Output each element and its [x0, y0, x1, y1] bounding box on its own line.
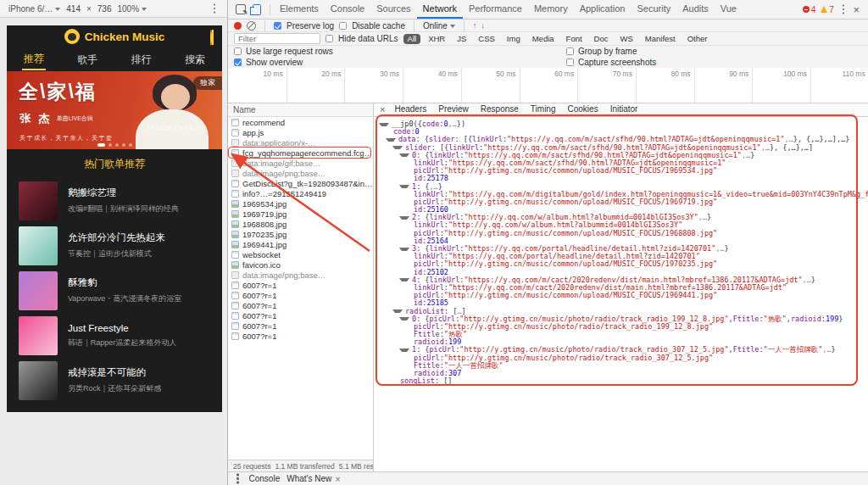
filter-pill-other[interactable]: Other [683, 34, 712, 44]
app-tab-3[interactable]: 搜索 [169, 47, 223, 71]
slider-dot[interactable] [122, 143, 125, 147]
json-line[interactable]: picUrl: "http://y.gtimg.cn/music/common/… [376, 292, 868, 299]
devtools-tab-elements[interactable]: Elements [274, 0, 325, 19]
request-row[interactable]: 1969441.jpg [228, 239, 373, 249]
detail-tab-timing[interactable]: Timing [526, 103, 561, 116]
devtools-tab-network[interactable]: Network [417, 0, 463, 19]
request-row[interactable]: recommend [228, 117, 373, 127]
request-row[interactable]: data:image/gif;base… [228, 158, 373, 168]
json-line[interactable]: songList: [] [376, 377, 868, 385]
request-row[interactable]: 6007?r=1 [228, 331, 373, 341]
playlist-item[interactable]: 酥雅豹Vaporwave・蒸汽浸满冬夜的浴室 [19, 268, 210, 313]
disable-cache-checkbox[interactable] [339, 22, 347, 30]
request-row[interactable]: data:image/png;base… [228, 168, 373, 178]
devtools-tab-application[interactable]: Application [574, 0, 632, 19]
network-overview-timeline[interactable]: 10 ms20 ms30 ms40 ms50 ms60 ms70 ms80 ms… [228, 68, 868, 103]
filter-pill-font[interactable]: Font [562, 34, 587, 44]
json-line[interactable]: id: 25178 [376, 175, 868, 182]
request-row[interactable]: 6007?r=1 [228, 321, 373, 331]
device-select[interactable]: iPhone 6/… [8, 4, 60, 14]
request-row[interactable]: websocket [228, 249, 373, 259]
request-row[interactable]: 1968808.jpg [228, 219, 373, 229]
request-row[interactable]: data:image/png;base… [228, 270, 373, 280]
request-row[interactable]: GetDiscList?g_tk=1928093487&inCharset=u… [228, 178, 373, 188]
request-row[interactable]: 6007?r=1 [228, 310, 373, 321]
request-row[interactable]: fcg_yqqhomepagerecommend.fcg?g_tk=19… [228, 148, 373, 158]
request-row[interactable]: app.js [228, 127, 373, 137]
close-icon[interactable]: × [335, 474, 340, 484]
json-line[interactable]: picUrl: "http://y.gtimg.cn/music/common/… [376, 167, 868, 175]
filter-pill-all[interactable]: All [403, 34, 421, 44]
toggle-device-toolbar-icon[interactable] [253, 4, 261, 15]
request-list-header[interactable]: Name [228, 103, 373, 117]
request-row[interactable]: info?…=291551249419 [228, 188, 373, 198]
group-by-frame-checkbox[interactable] [566, 47, 574, 55]
expand-arrow-icon[interactable] [386, 138, 396, 142]
request-row[interactable]: 6007?r=1 [228, 280, 373, 290]
devtools-tab-vue[interactable]: Vue [715, 0, 743, 19]
devtools-tab-security[interactable]: Security [631, 0, 676, 19]
playlist-item[interactable]: Just Freestyle韩语｜Rapper温柔起来格外动人 [19, 313, 210, 358]
throttling-select[interactable]: Online [423, 21, 455, 31]
app-tab-2[interactable]: 排行 [114, 47, 169, 71]
request-row[interactable]: 1969534.jpg [228, 198, 373, 209]
use-large-request-rows-checkbox[interactable] [234, 47, 242, 55]
detail-tab-response[interactable]: Response [476, 103, 524, 116]
device-width-field[interactable]: 414 [66, 4, 81, 14]
expand-arrow-icon[interactable] [399, 317, 409, 321]
warning-count-badge[interactable]: 7 [821, 5, 834, 14]
expand-arrow-icon[interactable] [399, 216, 409, 220]
banner-slider[interactable]: 独家 全\家\福 张 杰单曲LIVE合辑 JASON ZHANG 关于成长，关于… [7, 71, 222, 149]
app-tab-0[interactable]: 推荐 [7, 47, 61, 71]
expand-arrow-icon[interactable] [399, 153, 409, 157]
drawer-tab-whats-new[interactable]: What's New× [287, 474, 340, 484]
more-options-icon[interactable] [214, 8, 216, 10]
slider-dot[interactable] [108, 143, 112, 147]
json-line[interactable]: __jp0({code: 0,…}) [376, 120, 868, 128]
request-row[interactable]: data:application/x-… [228, 137, 373, 148]
close-icon[interactable]: × [853, 4, 860, 15]
slider-dot[interactable] [129, 143, 132, 147]
slider-dot[interactable] [115, 143, 119, 147]
playlist-item[interactable]: 允许部分冷门先热起来节奏控｜追街步伐新模式 [19, 223, 210, 268]
filter-input[interactable] [234, 33, 320, 44]
filter-pill-img[interactable]: Img [503, 34, 525, 44]
expand-arrow-icon[interactable] [399, 185, 409, 188]
expand-arrow-icon[interactable] [392, 146, 403, 149]
request-row[interactable]: 6007?r=1 [228, 300, 373, 310]
expand-arrow-icon[interactable] [392, 309, 403, 313]
inspect-element-icon[interactable] [236, 4, 246, 14]
close-detail-pane-icon[interactable]: × [377, 105, 387, 114]
user-icon[interactable] [210, 31, 214, 46]
request-row[interactable]: 1969719.jpg [228, 209, 373, 219]
playlist-item[interactable]: 鹅搬综艺理改编#翻唱｜别样演绎同样的经典 [19, 178, 210, 223]
import-har-icon[interactable]: ↑ [473, 21, 476, 30]
export-har-icon[interactable]: ↓ [481, 21, 484, 30]
devtools-tab-sources[interactable]: Sources [370, 0, 416, 19]
filter-pill-media[interactable]: Media [528, 34, 559, 44]
filter-pill-js[interactable]: JS [453, 34, 470, 44]
app-tab-1[interactable]: 歌手 [61, 47, 115, 71]
drawer-tab-console[interactable]: Console [249, 474, 281, 483]
expand-arrow-icon[interactable] [399, 248, 409, 251]
expand-arrow-icon[interactable] [399, 278, 409, 282]
hide-data-urls-checkbox[interactable] [326, 35, 333, 42]
detail-tab-preview[interactable]: Preview [433, 103, 474, 116]
devtools-tab-audits[interactable]: Audits [676, 0, 715, 19]
error-count-badge[interactable]: 4 [803, 5, 816, 14]
drawer-menu-icon[interactable] [236, 477, 239, 480]
filter-pill-css[interactable]: CSS [474, 34, 499, 44]
devtools-tab-console[interactable]: Console [325, 0, 370, 19]
filter-pill-doc[interactable]: Doc [590, 34, 613, 44]
preserve-log-checkbox[interactable] [274, 22, 281, 30]
request-row[interactable]: 6007?r=1 [228, 290, 373, 300]
detail-tab-initiator[interactable]: Initiator [605, 103, 643, 116]
device-height-field[interactable]: 736 [97, 4, 112, 14]
expand-arrow-icon[interactable] [399, 348, 409, 352]
capture-screenshots-checkbox[interactable] [566, 59, 574, 66]
slider-dot[interactable] [97, 143, 105, 147]
record-network-log-button[interactable] [234, 22, 242, 30]
detail-tab-cookies[interactable]: Cookies [563, 103, 604, 116]
show-overview-checkbox[interactable] [234, 59, 242, 66]
expand-arrow-icon[interactable] [379, 123, 389, 126]
